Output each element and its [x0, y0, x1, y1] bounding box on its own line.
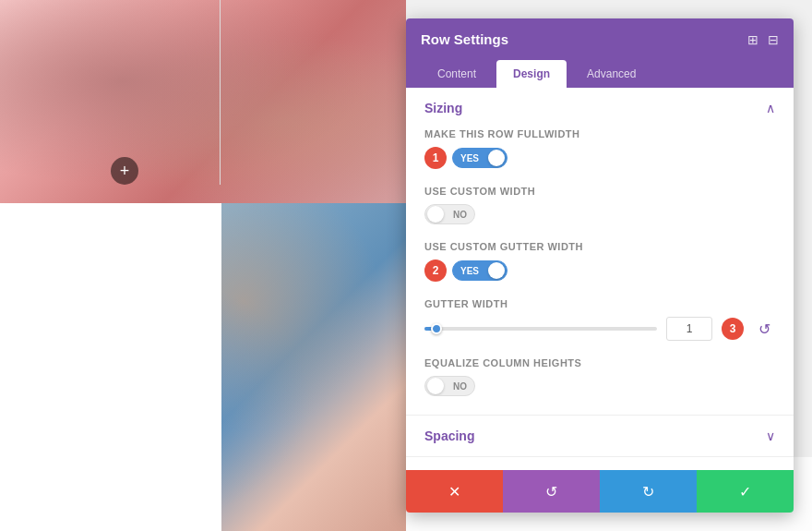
gutter-width-input[interactable] [666, 317, 712, 341]
slider-thumb[interactable] [431, 323, 442, 334]
panel-header-icons: ⊞ ⊟ [747, 32, 779, 47]
cancel-icon: ✕ [448, 483, 460, 501]
custom-gutter-toggle-group: 2 YES [424, 259, 775, 282]
background-area: + [0, 0, 406, 531]
sizing-section-header[interactable]: Sizing ∧ [406, 88, 794, 128]
redo-button[interactable]: ↻ [600, 470, 697, 513]
add-row-button[interactable]: + [111, 157, 138, 185]
gutter-reset-button[interactable]: ↺ [753, 318, 775, 340]
panel-header: Row Settings ⊞ ⊟ [406, 18, 794, 60]
gutter-width-row: Gutter Width 3 ↺ [424, 298, 775, 341]
make-fullwidth-toggle[interactable]: YES [452, 148, 508, 168]
toggle-yes-label: YES [453, 153, 486, 163]
custom-width-toggle-group: NO [424, 204, 775, 224]
badge-2: 2 [424, 259, 447, 282]
columns-icon[interactable]: ⊟ [768, 32, 779, 47]
top-image [0, 0, 406, 203]
equalize-heights-row: Equalize Column Heights NO [424, 357, 775, 396]
equalize-heights-label: Equalize Column Heights [424, 357, 775, 368]
panel-content: Sizing ∧ Make This Row Fullwidth 1 YES [406, 88, 794, 470]
custom-gutter-row: Use Custom Gutter Width 2 YES [424, 241, 775, 282]
custom-gutter-toggle[interactable]: YES [452, 260, 508, 281]
equalize-heights-toggle-group: NO [424, 376, 775, 396]
redo-icon: ↻ [642, 483, 654, 501]
make-fullwidth-row: Make This Row Fullwidth 1 YES [424, 128, 775, 169]
tab-content[interactable]: Content [421, 60, 493, 88]
row-settings-panel: Row Settings ⊞ ⊟ Content Design Advanced… [406, 18, 794, 513]
custom-width-label: Use Custom Width [424, 186, 775, 197]
spacing-section-header[interactable]: Spacing ∨ [406, 416, 794, 456]
make-fullwidth-toggle-group: 1 YES [424, 147, 775, 169]
badge-1: 1 [424, 147, 447, 169]
bottom-area [0, 203, 406, 531]
make-fullwidth-label: Make This Row Fullwidth [424, 128, 775, 139]
undo-icon: ↺ [545, 483, 557, 501]
panel-tabs: Content Design Advanced [406, 60, 794, 88]
save-button[interactable]: ✓ [697, 470, 794, 513]
gutter-width-slider-track[interactable] [424, 327, 657, 331]
undo-button[interactable]: ↺ [503, 470, 600, 513]
toggle-knob [488, 150, 505, 166]
toggle-no-label-2: NO [446, 381, 474, 392]
toggle-knob-3 [488, 262, 505, 279]
custom-width-row: Use Custom Width NO [424, 186, 775, 224]
tab-advanced[interactable]: Advanced [570, 60, 652, 88]
spacing-title: Spacing [424, 428, 474, 443]
toggle-no-label: NO [446, 210, 474, 220]
equalize-heights-toggle[interactable]: NO [424, 376, 475, 396]
toggle-knob-4 [427, 378, 444, 394]
cancel-button[interactable]: ✕ [406, 470, 503, 513]
panel-title: Row Settings [421, 31, 508, 47]
sizing-section: Sizing ∧ Make This Row Fullwidth 1 YES [406, 88, 794, 416]
border-section-header[interactable]: Border ∨ [406, 457, 794, 470]
column-divider [220, 0, 221, 185]
panel-footer: ✕ ↺ ↻ ✓ [406, 470, 794, 513]
custom-gutter-label: Use Custom Gutter Width [424, 241, 775, 252]
gutter-width-label: Gutter Width [424, 298, 775, 309]
badge-3: 3 [722, 318, 744, 340]
tab-design[interactable]: Design [496, 60, 567, 88]
settings-icon[interactable]: ⊞ [747, 32, 758, 47]
sizing-toggle-icon[interactable]: ∧ [766, 101, 775, 115]
custom-width-toggle[interactable]: NO [424, 204, 475, 224]
border-section: Border ∨ [406, 457, 794, 470]
sizing-section-body: Make This Row Fullwidth 1 YES Use Custom… [406, 128, 794, 415]
spacing-section: Spacing ∨ [406, 416, 794, 457]
spacing-toggle-icon[interactable]: ∨ [766, 428, 775, 443]
gutter-width-slider-row: 3 ↺ [424, 317, 775, 341]
toggle-knob-2 [427, 206, 444, 223]
bottom-white-overlay [0, 203, 221, 531]
save-icon: ✓ [739, 483, 751, 501]
sizing-title: Sizing [424, 101, 462, 115]
toggle-yes-label-2: YES [453, 266, 486, 276]
